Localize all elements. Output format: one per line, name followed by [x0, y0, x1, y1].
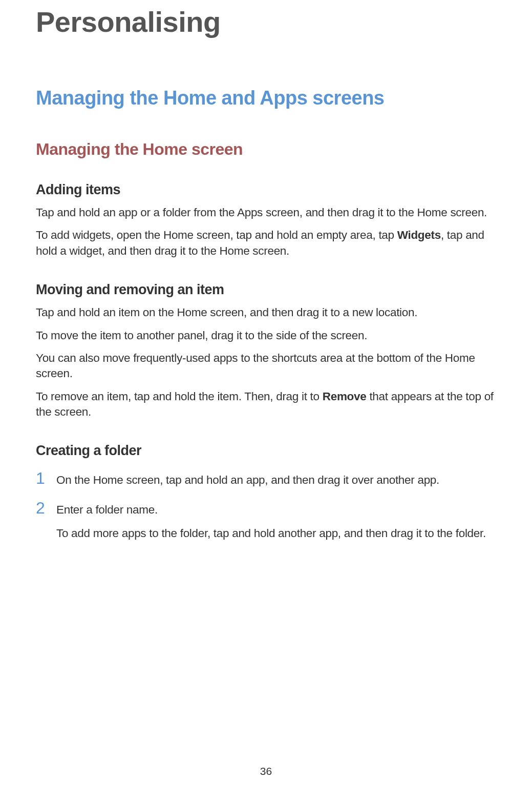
text-segment: To add widgets, open the Home screen, ta… [36, 229, 397, 241]
paragraph-moving-2: To move the item to another panel, drag … [36, 328, 496, 343]
bold-remove: Remove [323, 390, 367, 403]
step-subtext-2: To add more apps to the folder, tap and … [56, 526, 496, 541]
ordered-list: 1 On the Home screen, tap and hold an ap… [36, 470, 496, 541]
list-item-1: 1 On the Home screen, tap and hold an ap… [36, 470, 496, 488]
topic-creating-folder: Creating a folder [36, 443, 496, 459]
step-number-2: 2 [36, 500, 56, 516]
section-heading: Managing the Home and Apps screens [36, 87, 496, 109]
text-segment: To remove an item, tap and hold the item… [36, 390, 323, 403]
bold-widgets: Widgets [397, 229, 441, 241]
paragraph-moving-3: You can also move frequently-used apps t… [36, 351, 496, 382]
topic-adding-items: Adding items [36, 182, 496, 198]
step-text-2: Enter a folder name. [56, 500, 158, 518]
step-text-1: On the Home screen, tap and hold an app,… [56, 470, 439, 488]
paragraph-moving-1: Tap and hold an item on the Home screen,… [36, 305, 496, 320]
subsection-heading: Managing the Home screen [36, 140, 496, 159]
topic-moving-removing: Moving and removing an item [36, 282, 496, 298]
paragraph-adding-1: Tap and hold an app or a folder from the… [36, 205, 496, 220]
step-number-1: 1 [36, 470, 56, 486]
paragraph-moving-4: To remove an item, tap and hold the item… [36, 389, 496, 420]
page-title: Personalising [36, 0, 496, 38]
list-item-2: 2 Enter a folder name. [36, 500, 496, 518]
paragraph-adding-2: To add widgets, open the Home screen, ta… [36, 228, 496, 259]
page-number: 36 [0, 765, 532, 777]
